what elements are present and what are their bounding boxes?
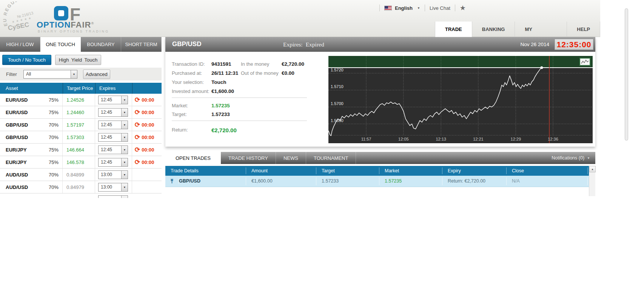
detail-market: Market: 1.57235 [172, 103, 188, 108]
main-nav: TRADEBANKINGMY ACCOUNTHELP [435, 22, 600, 37]
tab-high-low[interactable]: HIGH / LOW [0, 37, 40, 52]
asset-row[interactable]: EUR/JPY75%146.66412:45▼⟳00:00 [0, 144, 162, 156]
chevron-down-icon[interactable]: ▼ [417, 6, 420, 10]
expiry-select[interactable]: 12:45▼ [98, 96, 128, 104]
countdown-value: 00:00 [142, 147, 154, 153]
column-header-trade-details: Trade Details [165, 167, 246, 174]
chart-type-button[interactable] [580, 58, 590, 65]
svg-text:F: F [70, 5, 80, 22]
nav-tab-my-account[interactable]: MY ACCOUNT [515, 22, 567, 37]
select-caret-icon[interactable]: ▼ [121, 121, 128, 129]
touch-no-touch-button[interactable]: Touch / No Touch [2, 55, 51, 65]
us-flag-icon [384, 6, 392, 11]
select-value: 12:45 [99, 96, 121, 104]
notifications-label: Notifications (0) [552, 155, 584, 161]
expiry-select[interactable]: 12:45▼ [98, 145, 128, 154]
asset-name: EUR/USD [0, 110, 41, 115]
expiry-select[interactable]: 12:45▼ [98, 133, 128, 142]
nav-tab-banking[interactable]: BANKING [472, 22, 515, 37]
asset-row[interactable]: AUD/USD70%0.8489913:00▼ [0, 169, 162, 181]
open-trade-row[interactable]: ⤒GBP/USD€1,600.001.572331.57235Return: €… [165, 176, 595, 187]
price-chart: 1.57201.57101.57001.569011:5712:0512:131… [328, 56, 593, 143]
select-caret-icon[interactable]: ▼ [121, 171, 128, 179]
column-header-target: Target [316, 167, 379, 174]
tab-one-touch[interactable]: ONE TOUCH [40, 37, 81, 52]
active-trade-card: GBP/USD Expires:Expired Nov 26 2014 12:3… [165, 37, 595, 147]
select-caret-icon[interactable]: ▼ [121, 196, 128, 198]
filter-select[interactable]: All ▼ [23, 70, 77, 79]
nav-tab-trade[interactable]: TRADE [435, 22, 472, 37]
svg-text:CySEC: CySEC [7, 21, 29, 32]
expiry-cell: 12:45▼ [95, 119, 132, 131]
detail-in-the-money: In the money €2,720.00 [241, 61, 269, 67]
countdown-clock-icon: ⟳ [135, 97, 140, 103]
detail-target: Target: 1.57233 [172, 111, 187, 117]
tab-trade-history[interactable]: TRADE HISTORY [221, 152, 276, 164]
select-caret-icon[interactable]: ▼ [121, 146, 128, 154]
select-caret-icon[interactable]: ▼ [121, 183, 128, 191]
expiry-select[interactable]: 12:45▼ [98, 121, 128, 129]
countdown-cell: ⟳00:00 [132, 97, 162, 103]
tab-news[interactable]: NEWS [276, 152, 306, 164]
countdown-clock-icon: ⟳ [135, 109, 140, 116]
x-axis-label: 12:36 [548, 137, 558, 141]
trade-card-header: GBP/USD Expires:Expired Nov 26 2014 12:3… [165, 37, 595, 52]
select-caret-icon[interactable]: ▼ [71, 70, 77, 78]
price-chart-svg: 1.57201.57101.57001.569011:5712:0512:131… [328, 56, 593, 143]
trades-scrollbar[interactable]: ▲ [589, 166, 595, 196]
trades-panel: OPEN TRADESTRADE HISTORYNEWSTOURNAMENTNo… [165, 152, 595, 196]
select-value: 12:45 [99, 108, 121, 116]
tab-open-trades[interactable]: OPEN TRADES [165, 152, 221, 164]
asset-row[interactable]: GBP/USD70%1.5719712:45▼⟳00:00 [0, 119, 162, 131]
expiry-select[interactable]: 13:00▼ [98, 170, 128, 179]
target-price: 146.664 [63, 144, 95, 156]
countdown-cell: ⟳00:00 [132, 159, 162, 166]
nav-tab-help[interactable]: HELP [567, 22, 600, 37]
advanced-filter-button[interactable]: Advanced [83, 70, 110, 79]
page-scrollbar[interactable] [625, 8, 628, 141]
asset-row[interactable]: EUR/USD75%1.2452612:45▼⟳00:00 [0, 94, 162, 106]
high-yield-touch-button[interactable]: High Yield Touch [55, 55, 101, 65]
asset-name: GBP/USD [0, 122, 41, 128]
language-selector[interactable]: English [395, 5, 413, 11]
target-price: 1.24460 [63, 106, 95, 118]
expiry-select[interactable]: 13:00▼ [98, 183, 128, 192]
asset-name: GBP/USD [0, 135, 41, 140]
expiry-select[interactable]: 12:45▼ [98, 158, 128, 167]
asset-row[interactable]: EUR/JPY75%146.57812:45▼⟳00:00 [0, 156, 162, 169]
expiry-select[interactable]: ▼ [98, 195, 128, 198]
trade-amount-cell: €1,600.00 [246, 177, 316, 185]
payout-percent: 75% [41, 94, 63, 106]
asset-row[interactable]: GBP/USD70%1.5730312:45▼⟳00:00 [0, 131, 162, 144]
tab-short-term[interactable]: SHORT TERM [121, 37, 162, 52]
y-axis-label: 1.5720 [331, 68, 344, 72]
select-caret-icon[interactable]: ▼ [121, 133, 128, 141]
countdown-cell: ⟳00:00 [132, 109, 162, 116]
detail-purchased-at: Purchased at: 26/11 12:31 [172, 70, 202, 76]
expiry-select[interactable]: 12:45▼ [98, 108, 128, 117]
open-trades-table: Trade DetailsAmountTargetMarketExpiryClo… [165, 166, 595, 196]
favorites-star-icon[interactable]: ★ [460, 5, 466, 11]
asset-row[interactable]: AUD/USD70%0.8497913:00▼ [0, 181, 162, 193]
column-header-amount: Amount [246, 167, 316, 174]
expires-status: Expires:Expired [283, 41, 324, 48]
select-caret-icon[interactable]: ▼ [121, 96, 128, 104]
chevron-down-icon: ▼ [587, 156, 590, 160]
tab-tournament[interactable]: TOURNAMENT [306, 152, 356, 164]
trade-symbol: GBP/USD [172, 40, 201, 48]
tab-boundary[interactable]: BOUNDARY [81, 37, 121, 52]
scroll-up-icon[interactable]: ▲ [589, 166, 596, 172]
asset-row[interactable]: EUR/USD75%1.2446012:45▼⟳00:00 [0, 106, 162, 119]
current-date: Nov 26 2014 [520, 42, 549, 47]
live-chat-link[interactable]: Live Chat [430, 5, 450, 11]
detail-invested-amount: Invested amount: €1,600.00 [172, 88, 210, 94]
countdown-cell: ⟳00:00 [132, 147, 162, 153]
notifications-dropdown[interactable]: Notifications (0)▼ [552, 152, 595, 164]
detail-your-selection: Your selection: Touch [172, 79, 204, 85]
x-axis-label: 11:57 [361, 137, 371, 141]
select-caret-icon[interactable]: ▼ [121, 108, 128, 116]
trades-tab-bar: OPEN TRADESTRADE HISTORYNEWSTOURNAMENTNo… [165, 152, 595, 164]
countdown-value: 00:00 [142, 135, 154, 140]
utility-bar: English ▼ Live Chat ★ [379, 3, 466, 12]
select-caret-icon[interactable]: ▼ [121, 158, 128, 166]
